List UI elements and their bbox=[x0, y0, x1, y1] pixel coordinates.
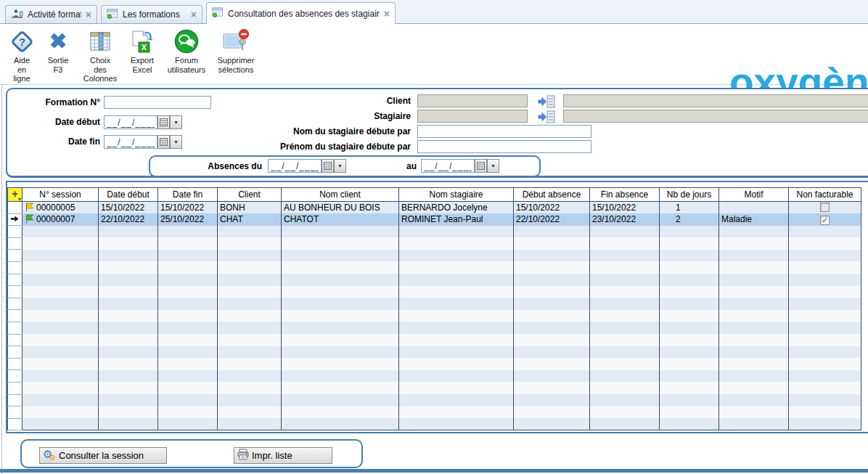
column-header[interactable]: Date fin bbox=[158, 188, 218, 202]
delete-selection-button[interactable]: Supprimer sélections bbox=[212, 28, 260, 74]
calendar-button[interactable] bbox=[157, 115, 170, 129]
print-list-button[interactable]: Impr. liste bbox=[234, 447, 332, 464]
table-row[interactable]: 0000000722/10/202225/10/2022CHATCHATOTRO… bbox=[8, 213, 861, 226]
empty-table-row[interactable] bbox=[8, 261, 861, 274]
empty-table-row[interactable] bbox=[8, 310, 861, 322]
calendar-button[interactable] bbox=[157, 135, 170, 149]
calendar-button[interactable] bbox=[322, 159, 334, 173]
empty-table-row[interactable] bbox=[8, 358, 861, 370]
cell-fin_absence: 23/10/2022 bbox=[590, 213, 660, 226]
yellow-flag-icon bbox=[25, 203, 34, 212]
stagiaire-label: Stagiaire bbox=[247, 111, 411, 121]
column-header[interactable]: Motif bbox=[719, 188, 789, 202]
column-header[interactable]: Non facturable bbox=[789, 188, 861, 202]
empty-table-row[interactable] bbox=[8, 370, 861, 383]
date-debut-input[interactable] bbox=[104, 115, 157, 129]
date-dropdown-button[interactable]: ▼ bbox=[170, 135, 182, 149]
empty-cell bbox=[282, 382, 399, 394]
consult-session-button[interactable]: ⚙⚙ Consulter la session bbox=[39, 447, 167, 464]
empty-table-row[interactable] bbox=[8, 286, 861, 298]
absences-du-input[interactable] bbox=[268, 159, 322, 173]
stagiaire-lookup-button[interactable] bbox=[537, 110, 556, 124]
empty-cell bbox=[218, 237, 282, 250]
empty-cell bbox=[22, 346, 99, 359]
client-lookup-button[interactable] bbox=[537, 94, 556, 109]
date-dropdown-button[interactable]: ▼ bbox=[170, 115, 182, 129]
tab-close-icon[interactable]: × bbox=[384, 9, 390, 18]
export-excel-button[interactable]: X Export Excel bbox=[125, 28, 160, 74]
tab-consultation-absences[interactable]: Consultation des absences des stagiaires… bbox=[206, 2, 396, 24]
calendar-button[interactable] bbox=[475, 159, 487, 173]
client-code-input[interactable] bbox=[417, 94, 528, 107]
forum-users-button[interactable]: Forum utilisateurs bbox=[163, 28, 210, 74]
column-header[interactable]: Date début bbox=[99, 188, 158, 202]
empty-cell bbox=[399, 346, 514, 359]
table-header-row: +▾N° sessionDate débutDate finClientNom … bbox=[8, 188, 861, 202]
tab-activite-formation[interactable]: Activité formation × bbox=[5, 5, 97, 23]
row-indicator-cell bbox=[8, 382, 22, 394]
row-indicator-cell bbox=[8, 213, 22, 226]
stagiaire-name-input[interactable] bbox=[563, 110, 868, 123]
empty-table-row[interactable] bbox=[8, 334, 861, 346]
tab-les-formations[interactable]: Les formations × bbox=[101, 5, 202, 23]
column-chooser-toolbar-button[interactable]: Choix des Colonnes bbox=[80, 28, 120, 83]
client-name-input[interactable] bbox=[563, 94, 868, 107]
column-header[interactable]: Nb de jours bbox=[660, 188, 719, 202]
date-dropdown-button[interactable]: ▼ bbox=[487, 159, 499, 173]
empty-cell bbox=[660, 286, 719, 298]
tab-close-icon[interactable]: × bbox=[191, 10, 197, 19]
toolbar-button-label: Export Excel bbox=[125, 56, 160, 74]
column-header[interactable]: Client bbox=[218, 188, 282, 202]
row-indicator-cell bbox=[8, 274, 22, 286]
empty-table-row[interactable] bbox=[8, 394, 861, 406]
empty-table-row[interactable] bbox=[8, 250, 861, 262]
empty-table-row[interactable] bbox=[8, 322, 861, 334]
non-facturable-checkbox[interactable]: ✓ bbox=[820, 216, 830, 225]
empty-cell bbox=[514, 346, 590, 359]
client-label: Client bbox=[247, 96, 411, 106]
empty-cell bbox=[660, 382, 719, 394]
column-chooser-cell[interactable]: +▾ bbox=[8, 188, 22, 202]
exit-button[interactable]: ✖ Sortie F3 bbox=[41, 28, 75, 74]
formation-input[interactable] bbox=[104, 96, 211, 109]
empty-cell bbox=[660, 346, 719, 359]
cell-fin_absence: 15/10/2022 bbox=[590, 202, 660, 214]
empty-table-row[interactable] bbox=[8, 274, 861, 286]
empty-cell bbox=[399, 322, 514, 334]
stagiaire-code-input[interactable] bbox=[417, 110, 528, 123]
empty-cell bbox=[218, 286, 282, 298]
empty-cell bbox=[158, 418, 218, 430]
empty-cell bbox=[590, 298, 660, 310]
empty-cell bbox=[719, 394, 789, 406]
nom-debute-input[interactable] bbox=[417, 125, 591, 138]
empty-table-row[interactable] bbox=[8, 406, 861, 419]
empty-table-row[interactable] bbox=[8, 346, 861, 359]
help-button[interactable]: ? Aide en ligne bbox=[6, 28, 38, 83]
empty-cell bbox=[158, 261, 218, 274]
column-header[interactable]: Fin absence bbox=[590, 188, 660, 202]
empty-cell bbox=[719, 346, 789, 359]
tab-close-icon[interactable]: × bbox=[86, 10, 91, 19]
empty-cell bbox=[282, 274, 399, 286]
empty-table-row[interactable] bbox=[8, 226, 861, 238]
date-dropdown-button[interactable]: ▼ bbox=[334, 159, 346, 173]
prenom-debute-input[interactable] bbox=[417, 140, 591, 153]
cell-client: CHAT bbox=[218, 213, 282, 226]
table-row[interactable]: 0000000515/10/202215/10/2022BONHAU BONHE… bbox=[8, 202, 861, 214]
column-header[interactable]: Nom stagiaire bbox=[399, 188, 514, 202]
non-facturable-checkbox[interactable] bbox=[820, 203, 830, 212]
empty-cell bbox=[158, 322, 218, 334]
empty-table-row[interactable] bbox=[8, 237, 861, 250]
absences-au-label: au bbox=[401, 161, 417, 171]
date-fin-input[interactable] bbox=[104, 135, 157, 149]
empty-cell bbox=[789, 346, 861, 359]
formation-label: Formation N° bbox=[7, 97, 100, 107]
empty-table-row[interactable] bbox=[8, 418, 861, 430]
empty-table-row[interactable] bbox=[8, 298, 861, 310]
column-header[interactable]: N° session bbox=[22, 188, 99, 202]
empty-cell bbox=[660, 274, 719, 286]
column-header[interactable]: Début absence bbox=[514, 188, 590, 202]
absences-au-input[interactable] bbox=[421, 159, 475, 173]
column-header[interactable]: Nom client bbox=[282, 188, 399, 202]
empty-table-row[interactable] bbox=[8, 382, 861, 394]
